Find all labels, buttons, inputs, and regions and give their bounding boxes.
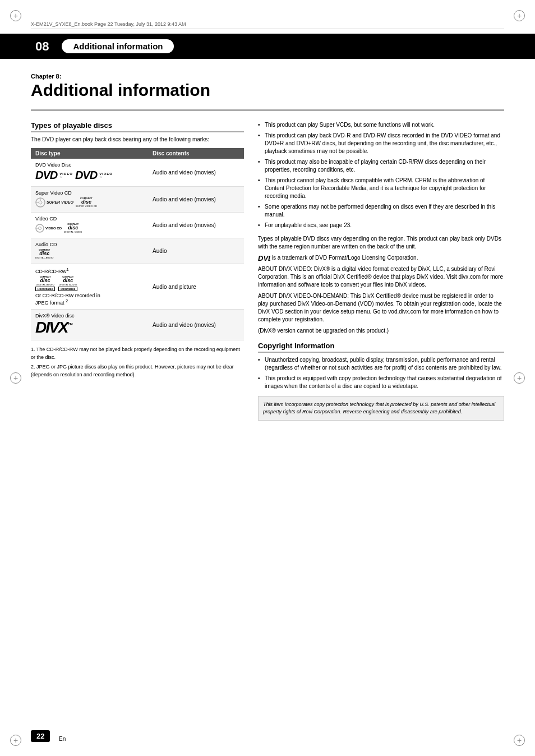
right-column: This product can play Super VCDs, but so… [258,121,504,421]
chapter-header-banner: 08 Additional information [0,34,535,59]
svcd-disc-icon [35,197,45,208]
divider-bar [31,109,504,111]
table-row: Video CD VIDEO CD [31,213,244,238]
table-row: DVD Video Disc DVD VIDEO ™ DVD [31,159,244,187]
disc-contents-vcd: Audio and video (movies) [148,213,244,238]
footnote-2: 2. JPEG or JPG picture discs also play o… [31,363,244,379]
divx-logo: DIVX™ [35,320,72,335]
file-info-text: X-EM21V_SYXE8_En.book Page 22 Tuesday, J… [31,21,186,27]
bullet-item: For unplayable discs, see page 23. [258,222,504,229]
page-number: 22 [31,730,50,742]
disc-contents-cdr: Audio and picture [148,264,244,310]
page: X-EM21V_SYXE8_En.book Page 22 Tuesday, J… [0,0,535,756]
disc-type-cdr: CD-R/CD-RW1 COMPACT disc DIGITAL AUDIO R… [31,264,148,310]
chapter-number: 08 [31,39,53,54]
reg-mark-tr [514,10,525,21]
bullet-item: This product can play back DVD-R and DVD… [258,132,504,155]
bullet-item: This product can play Super VCDs, but so… [258,121,504,129]
disc-contents-dvd: Audio and video (movies) [148,159,244,187]
disc-contents-acd: Audio [148,238,244,264]
disc-contents-svcd: Audio and video (movies) [148,187,244,213]
main-content: Chapter 8: Additional information Types … [31,73,504,722]
divx-about-text: ABOUT DIVX VIDEO: DivX® is a digital vid… [258,265,504,289]
copyright-bullets: Unauthorized copying, broadcast, public … [258,356,504,390]
dvd-region-text: Types of playable DVD discs vary dependi… [258,235,504,251]
footnotes: 1. The CD-R/CD-RW may not be played back… [31,346,244,379]
types-section-intro: The DVD player can play back discs beari… [31,136,244,144]
reg-mark-tl [10,10,21,21]
divx-vod-text: ABOUT DIVX VIDEO-ON-DEMAND: This DivX Ce… [258,292,504,324]
disc-table: Disc type Disc contents DVD Video Disc D… [31,148,244,340]
chapter-label: Chapter 8: [31,73,504,80]
reg-mark-bl [10,735,21,746]
dvd-trademark-logo: DVD [258,254,270,262]
table-row: Audio CD COMPACT disc DIGITAL AUDIO [31,238,244,264]
bullet-item: Some operations may not be performed dep… [258,203,504,219]
disc-type-vcd: Video CD VIDEO CD [31,213,148,238]
svg-point-1 [39,201,42,204]
two-column-layout: Types of playable discs The DVD player c… [31,121,504,421]
divx-version-text: (DivX® version cannot be upgraded on thi… [258,327,504,335]
footnote-1: 1. The CD-R/CD-RW may not be played back… [31,346,244,361]
disc-contents-divx: Audio and video (movies) [148,310,244,340]
disc-type-acd: Audio CD COMPACT disc DIGITAL AUDIO [31,238,148,264]
chapter-title-banner: Additional information [62,39,174,53]
bullet-item: This product cannot play back discs comp… [258,177,504,200]
disc-type-divx: DivX® Video disc DIVX™ [31,310,148,340]
left-column: Types of playable discs The DVD player c… [31,121,244,421]
svg-text:DVD: DVD [258,254,270,262]
reg-mark-br [514,735,525,746]
disc-type-svcd: Super Video CD [31,187,148,213]
copyright-italic-box: This item incorporates copy protection t… [258,396,504,420]
table-row: CD-R/CD-RW1 COMPACT disc DIGITAL AUDIO R… [31,264,244,310]
vcd-disc-icon [35,224,44,233]
table-row: Super Video CD [31,187,244,213]
copyright-section: Copyright Information Unauthorized copyi… [258,342,504,420]
file-info-bar: X-EM21V_SYXE8_En.book Page 22 Tuesday, J… [31,21,504,29]
table-header-type: Disc type [31,148,148,159]
dvd-logo-1: DVD [35,169,57,182]
disc-type-dvd: DVD Video Disc DVD VIDEO ™ DVD [31,159,148,187]
bullet-item: This product may also be incapable of pl… [258,158,504,174]
copyright-bullet-1: Unauthorized copying, broadcast, public … [258,356,504,372]
table-row: DivX® Video disc DIVX™ Audio and video (… [31,310,244,340]
reg-mark-ml [10,372,21,384]
reg-mark-mr [514,372,525,384]
playable-discs-bullets: This product can play Super VCDs, but so… [258,121,504,229]
dvd-logo-2: DVD [75,169,97,182]
svg-point-5 [39,227,41,229]
table-header-contents: Disc contents [148,148,244,159]
chapter-main-title: Additional information [31,81,504,99]
types-section-title: Types of playable discs [31,121,244,132]
page-lang: En [59,736,66,742]
copyright-bullet-2: This product is equipped with copy prote… [258,375,504,390]
copyright-section-title: Copyright Information [258,342,504,353]
dvd-trademark-text: DVD is a trademark of DVD Format/Logo Li… [258,254,504,262]
